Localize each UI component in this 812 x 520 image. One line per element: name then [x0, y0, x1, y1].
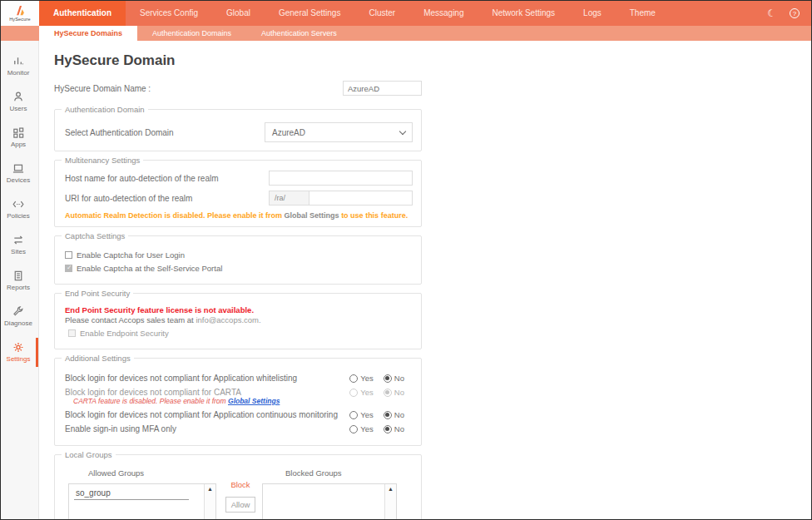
- uri-input[interactable]: [309, 191, 413, 206]
- additional-legend: Additional Settings: [62, 354, 134, 363]
- carta-no-radio: [384, 389, 392, 397]
- sidebar-item-policies[interactable]: Policies: [1, 195, 38, 224]
- captcha-self-service-row: Enable Captcha at the Self-Service Porta…: [65, 264, 413, 273]
- additional-settings-section: Additional Settings Block login for devi…: [54, 354, 422, 446]
- sidebar-item-settings[interactable]: Settings: [1, 338, 38, 367]
- sidebar-item-diagnose[interactable]: Diagnose: [1, 302, 38, 331]
- tab-services-config[interactable]: Services Config: [126, 1, 212, 26]
- blocked-groups-scrollbar[interactable]: ▲ ▼: [384, 484, 396, 519]
- captcha-self-service-label: Enable Captcha at the Self-Service Porta…: [77, 264, 222, 273]
- blocked-groups-listbox[interactable]: ▲ ▼: [262, 483, 397, 519]
- bar-chart-icon: [12, 55, 25, 67]
- sidebar-item-sites[interactable]: Sites: [1, 230, 38, 260]
- allowed-groups-scrollbar[interactable]: ▲ ▼: [204, 484, 215, 519]
- domain-name-label: HySecure Domain Name :: [54, 84, 343, 93]
- hostname-label: Host name for auto-detection of the real…: [65, 174, 269, 183]
- subtab-hysecure-domains[interactable]: HySecure Domains: [39, 26, 137, 41]
- tab-global[interactable]: Global: [212, 1, 265, 26]
- domain-name-row: HySecure Domain Name :: [54, 81, 422, 96]
- subtab-authentication-domains[interactable]: Authentication Domains: [137, 26, 246, 41]
- app-whitelisting-label: Block login for devices not compliant fo…: [65, 374, 349, 383]
- wrench-icon: [12, 305, 25, 318]
- hysecure-admin-window: HySecure Authentication Services Config …: [0, 0, 812, 520]
- uri-prefix: /ra/: [269, 191, 309, 206]
- continuous-monitoring-no-radio[interactable]: [384, 411, 392, 419]
- sidebar-label-monitor: Monitor: [7, 69, 30, 77]
- authentication-domain-legend: Authentication Domain: [62, 105, 148, 114]
- sidebar-label-devices: Devices: [7, 176, 30, 184]
- tab-messaging[interactable]: Messaging: [409, 1, 478, 26]
- domain-name-input[interactable]: [343, 81, 422, 96]
- sidebar-label-policies: Policies: [7, 212, 30, 220]
- app-whitelisting-row: Block login for devices not compliant fo…: [65, 374, 413, 383]
- auth-domain-select[interactable]: AzureAD: [265, 122, 413, 142]
- sidebar-item-users[interactable]: Users: [1, 87, 38, 116]
- allow-button[interactable]: Allow: [225, 497, 256, 513]
- carta-yes-radio: [349, 389, 358, 397]
- tab-theme[interactable]: Theme: [616, 1, 670, 26]
- carta-label: Block login for devices not compliant fo…: [65, 388, 349, 397]
- endpoint-license-error: End Point Security feature license is no…: [65, 305, 413, 314]
- captcha-user-login-row: Enable Captcha for User Login: [65, 250, 413, 260]
- local-groups-section: Local Groups Allowed Groups so_group ▲ ▼: [54, 450, 422, 519]
- gear-icon: [12, 341, 25, 354]
- left-sidebar: Monitor Users Apps Devices Policies Site…: [1, 41, 39, 519]
- continuous-monitoring-row: Block login for devices not compliant fo…: [65, 410, 413, 419]
- mfa-only-yes-radio[interactable]: [349, 425, 358, 433]
- carta-row: Block login for devices not compliant fo…: [65, 388, 413, 397]
- captcha-user-login-checkbox[interactable]: [65, 251, 72, 259]
- realm-detection-warning: Automatic Realm Detection is disabled. P…: [65, 211, 413, 220]
- hostname-input[interactable]: [269, 171, 413, 186]
- tab-general-settings[interactable]: General Settings: [265, 1, 355, 26]
- endpoint-security-section: End Point Security End Point Security fe…: [54, 289, 422, 349]
- mfa-only-row: Enable sign-in using MFA only Yes No: [65, 424, 413, 433]
- enable-endpoint-row: Enable Endpoint Security: [68, 329, 413, 338]
- local-groups-legend: Local Groups: [62, 450, 116, 459]
- sidebar-label-reports: Reports: [7, 284, 30, 291]
- captcha-legend: Captcha Settings: [62, 231, 128, 240]
- brand-label: HySecure: [9, 17, 31, 22]
- mfa-only-label: Enable sign-in using MFA only: [65, 424, 349, 433]
- mfa-only-no-radio[interactable]: [384, 425, 392, 433]
- continuous-monitoring-yes-radio[interactable]: [349, 411, 358, 419]
- tab-cluster[interactable]: Cluster: [354, 1, 409, 26]
- tab-authentication[interactable]: Authentication: [39, 1, 126, 26]
- chevron-down-icon: [399, 127, 406, 134]
- tab-logs[interactable]: Logs: [569, 1, 616, 26]
- continuous-monitoring-label: Block login for devices not compliant fo…: [65, 410, 349, 419]
- scroll-up-icon[interactable]: ▲: [207, 486, 213, 492]
- allowed-groups-listbox[interactable]: so_group ▲ ▼: [68, 483, 216, 519]
- carta-disabled-note: CARTA feature is disabled. Please enable…: [73, 397, 413, 405]
- endpoint-contact-line: Please contact Accops sales team at info…: [65, 315, 413, 324]
- multitenancy-legend: Multitenancy Settings: [62, 156, 143, 165]
- captcha-self-service-checkbox: [65, 265, 72, 272]
- sidebar-item-apps[interactable]: Apps: [1, 123, 38, 152]
- scroll-up-icon[interactable]: ▲: [388, 486, 394, 492]
- realm-warning-global-settings: Global Settings: [285, 211, 339, 220]
- sidebar-label-users: Users: [10, 105, 27, 112]
- tab-network-settings[interactable]: Network Settings: [478, 1, 569, 26]
- endpoint-contact-email: info@accops.com.: [196, 315, 260, 324]
- sidebar-label-apps: Apps: [11, 141, 26, 148]
- allowed-group-item[interactable]: so_group: [74, 488, 189, 500]
- dark-mode-icon[interactable]: ☾: [767, 7, 776, 19]
- swap-arrows-icon: [12, 234, 25, 246]
- user-icon: [12, 91, 25, 103]
- sidebar-label-diagnose: Diagnose: [4, 319, 32, 327]
- enable-endpoint-label: Enable Endpoint Security: [80, 329, 169, 338]
- captcha-user-login-label: Enable Captcha for User Login: [77, 250, 185, 260]
- hysecure-logo[interactable]: HySecure: [1, 1, 39, 26]
- sub-navigation-bar: HySecure Domains Authentication Domains …: [1, 26, 811, 41]
- subtab-authentication-servers[interactable]: Authentication Servers: [246, 26, 352, 41]
- app-whitelisting-no-radio[interactable]: [384, 374, 392, 383]
- help-icon[interactable]: ?: [790, 8, 800, 18]
- block-button[interactable]: Block: [230, 480, 250, 489]
- app-whitelisting-yes-radio[interactable]: [349, 374, 358, 383]
- enable-endpoint-checkbox: [68, 329, 76, 337]
- sidebar-item-devices[interactable]: Devices: [1, 159, 38, 188]
- endpoint-legend: End Point Security: [62, 289, 133, 298]
- sidebar-item-monitor[interactable]: Monitor: [1, 52, 38, 81]
- sidebar-item-reports[interactable]: Reports: [1, 266, 38, 295]
- carta-global-settings-link[interactable]: Global Settings: [228, 397, 280, 405]
- laptop-icon: [12, 162, 25, 175]
